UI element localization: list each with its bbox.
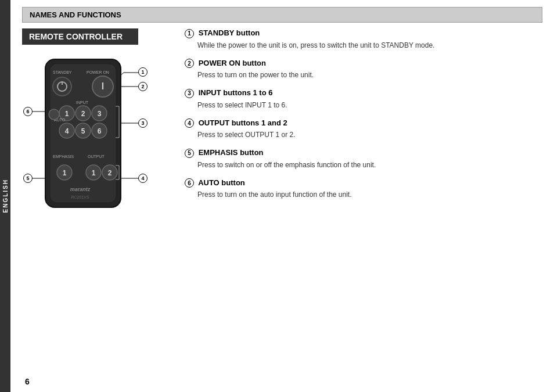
svg-text:1: 1	[63, 169, 67, 177]
callout-2: 2	[138, 82, 148, 91]
svg-text:marantz: marantz	[70, 186, 91, 192]
item-4-num: 4	[185, 118, 194, 128]
page-number: 6	[25, 377, 30, 386]
svg-text:1: 1	[92, 169, 96, 177]
item-6-desc: Press to turn on the auto input function…	[197, 189, 542, 200]
item-4-desc: Press to select OUTPUT 1 or 2.	[197, 130, 542, 140]
svg-text:STANDBY: STANDBY	[53, 70, 72, 74]
svg-text:I: I	[102, 81, 104, 91]
svg-text:2: 2	[108, 169, 112, 177]
item-1-title: 1 STANDBY button	[185, 28, 542, 38]
item-1-desc: While the power to the unit is on, press…	[197, 40, 542, 51]
language-label: ENGLISH	[2, 179, 9, 213]
item-2-num: 2	[185, 59, 194, 68]
item-5-desc: Press to switch on or off the emphasis f…	[197, 160, 542, 170]
svg-text:OUTPUT: OUTPUT	[88, 154, 105, 159]
diagram-wrapper: 1 2 3 4 5 6 STANDBY	[22, 51, 161, 219]
svg-text:EMPHASIS: EMPHASIS	[53, 154, 74, 159]
svg-text:2: 2	[81, 110, 85, 118]
item-3-desc: Press to select INPUT 1 to 6.	[197, 100, 542, 110]
callout-6: 6	[23, 107, 33, 116]
main-content: NAMES AND FUNCTIONS REMOTE CONTROLLER	[10, 0, 554, 392]
item-3-num: 3	[185, 89, 194, 98]
callout-3: 3	[138, 118, 148, 128]
item-5-title: 5 EMPHASIS button	[185, 148, 542, 158]
item-1: 1 STANDBY button While the power to the …	[185, 28, 542, 51]
svg-text:5: 5	[81, 127, 85, 135]
svg-text:4: 4	[65, 127, 69, 135]
svg-text:3: 3	[98, 110, 102, 118]
svg-text:1: 1	[65, 110, 69, 118]
item-5: 5 EMPHASIS button Press to switch on or …	[185, 148, 542, 170]
callout-1: 1	[138, 67, 148, 77]
right-section: 1 STANDBY button While the power to the …	[185, 28, 542, 219]
header-bar: NAMES AND FUNCTIONS	[22, 7, 542, 23]
item-6-title: 6 AUTO button	[185, 178, 542, 188]
svg-text:POWER ON: POWER ON	[87, 70, 109, 74]
item-2-title: 2 POWER ON button	[185, 59, 542, 69]
item-5-num: 5	[185, 149, 194, 158]
svg-text:RC201VS: RC201VS	[71, 195, 89, 199]
svg-text:6: 6	[98, 127, 102, 135]
item-4: 4 OUTPUT buttons 1 and 2 Press to select…	[185, 118, 542, 141]
language-tab: ENGLISH	[0, 0, 10, 392]
item-6-num: 6	[185, 178, 194, 188]
callout-5: 5	[23, 174, 33, 183]
remote-title: REMOTE CONTROLLER	[29, 32, 123, 41]
left-section: REMOTE CONTROLLER	[22, 28, 173, 219]
svg-text:INPUT: INPUT	[76, 100, 89, 105]
item-2: 2 POWER ON button Press to turn on the p…	[185, 59, 542, 81]
item-1-num: 1	[185, 29, 194, 38]
remote-svg: STANDBY POWER ON I INPUT 1	[42, 56, 124, 210]
item-2-desc: Press to turn on the power to the unit.	[197, 70, 542, 80]
svg-point-16	[53, 77, 71, 96]
callout-4: 4	[138, 174, 148, 183]
item-3-title: 3 INPUT buttons 1 to 6	[185, 88, 542, 98]
content-area: REMOTE CONTROLLER	[22, 28, 542, 219]
header-title: NAMES AND FUNCTIONS	[30, 10, 121, 19]
item-6: 6 AUTO button Press to turn on the auto …	[185, 178, 542, 200]
svg-point-37	[49, 109, 59, 120]
item-3: 3 INPUT buttons 1 to 6 Press to select I…	[185, 88, 542, 110]
remote-title-box: REMOTE CONTROLLER	[22, 28, 138, 45]
item-4-title: 4 OUTPUT buttons 1 and 2	[185, 118, 542, 128]
